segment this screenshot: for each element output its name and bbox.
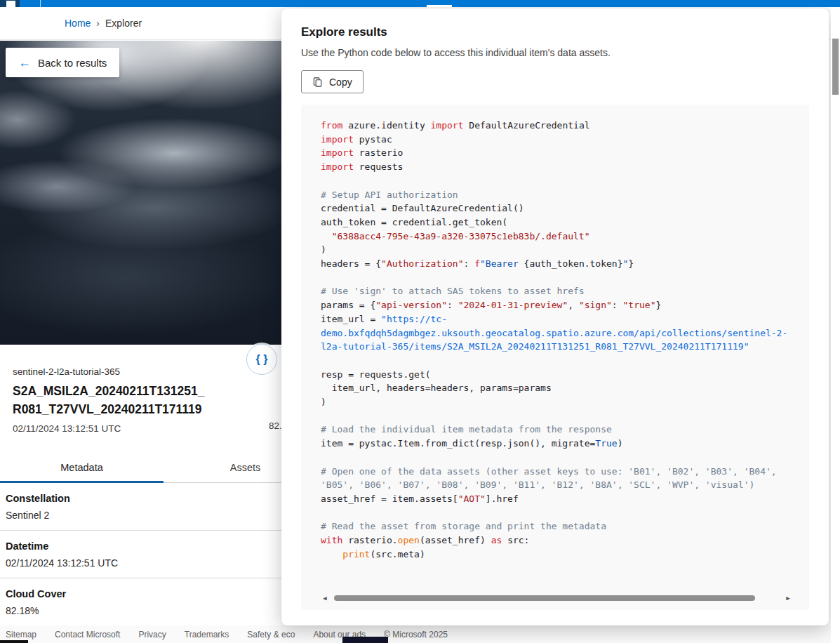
dialog-subtitle: Use the Python code below to access this… (301, 47, 809, 58)
footer-link-contact[interactable]: Contact Microsoft (55, 630, 120, 639)
code-block: from azure.identity import DefaultAzureC… (301, 105, 809, 610)
braces-icon: { } (256, 353, 268, 366)
item-preview-image (0, 41, 281, 345)
copy-icon (312, 77, 323, 88)
item-title-line2: R081_T27VVL_20240211T171119 (13, 402, 202, 416)
back-to-results-button[interactable]: ← Back to results (6, 48, 119, 77)
item-datetime: 02/11/2024 13:12:51 UTC (13, 423, 274, 434)
footer-copyright: © Microsoft 2025 (384, 630, 448, 639)
dialog-title: Explore results (301, 25, 809, 39)
footer-link-privacy[interactable]: Privacy (138, 630, 166, 639)
footer-link-safety[interactable]: Safety & eco (247, 630, 295, 639)
back-button-label: Back to results (38, 57, 107, 69)
scrollbar-track[interactable] (333, 595, 780, 601)
scrollbar-thumb[interactable] (334, 595, 755, 601)
site-footer: Sitemap Contact Microsoft Privacy Tradem… (0, 625, 840, 643)
copy-button-label: Copy (329, 77, 352, 88)
active-nav-underline (427, 5, 452, 7)
scroll-right-icon[interactable]: ▶ (784, 595, 792, 602)
item-summary: sentinel-2-l2a-tutorial-365 S2A_MSIL2A_2… (13, 366, 274, 434)
breadcrumb-home-link[interactable]: Home (65, 18, 91, 29)
collection-name: sentinel-2-l2a-tutorial-365 (13, 366, 274, 377)
copy-button[interactable]: Copy (301, 70, 364, 93)
explore-results-dialog: Explore results Use the Python code belo… (281, 8, 829, 625)
hidden-element-fragment (342, 637, 388, 643)
footer-link-trademarks[interactable]: Trademarks (185, 630, 229, 639)
item-title: S2A_MSIL2A_20240211T131251_ R081_T27VVL_… (13, 382, 274, 418)
page-scrollbar[interactable] (831, 7, 840, 643)
top-navigation-bar (0, 0, 840, 7)
footer-link-sitemap[interactable]: Sitemap (6, 630, 36, 639)
python-code: from azure.identity import DefaultAzureC… (321, 119, 792, 589)
topbar-divider (40, 0, 41, 7)
waffle-icon (6, 1, 15, 7)
scroll-left-icon[interactable]: ◀ (321, 595, 329, 602)
item-title-line1: S2A_MSIL2A_20240211T131251_ (13, 384, 204, 398)
chevron-right-icon: › (96, 18, 100, 29)
hidden-element-fragment (0, 640, 28, 643)
code-snippet-button[interactable]: { } (246, 344, 277, 375)
breadcrumb-current: Explorer (105, 18, 142, 29)
app-launcher-button[interactable] (0, 0, 20, 7)
tab-metadata[interactable]: Metadata (0, 453, 164, 482)
page-scrollbar-thumb[interactable] (832, 39, 839, 95)
back-arrow-icon: ← (18, 56, 31, 69)
detail-tabs: Metadata Assets (0, 453, 327, 483)
horizontal-scrollbar[interactable]: ◀ ▶ (321, 592, 792, 604)
